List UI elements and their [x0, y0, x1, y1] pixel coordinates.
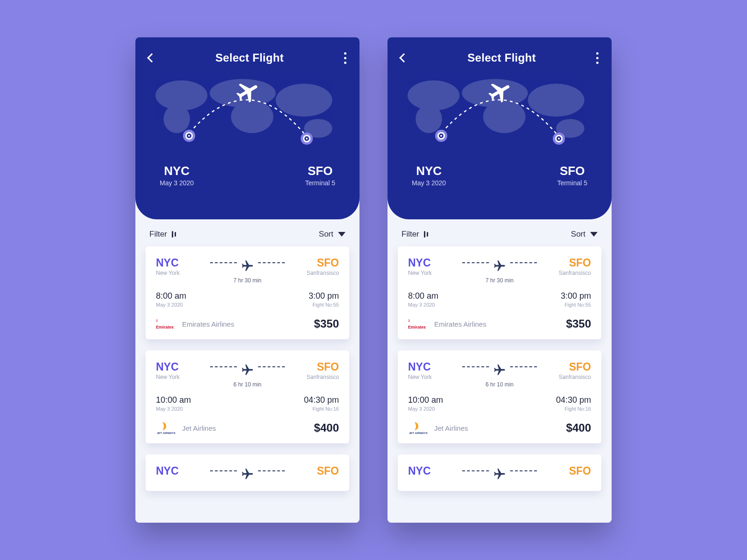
from-city: New York — [156, 270, 207, 276]
airline-name: Emirates Airlines — [434, 320, 486, 328]
airline-logo: ðEmirates — [408, 317, 428, 331]
to-city: Sanfransisco — [540, 374, 591, 380]
origin-code: NYC — [160, 164, 194, 178]
origin-sub: May 3 2020 — [160, 179, 194, 187]
sort-label: Sort — [571, 230, 585, 239]
to-code: SFO — [288, 257, 339, 269]
more-menu-button[interactable] — [344, 52, 346, 64]
destination-sub: Terminal 5 — [557, 179, 587, 187]
caret-down-icon — [590, 232, 598, 237]
from-code: NYC — [408, 257, 459, 269]
destination-code: SFO — [305, 164, 335, 178]
caret-down-icon — [338, 232, 345, 237]
svg-text:ð: ð — [408, 319, 410, 323]
arrive-sub: Fight No:55 — [309, 302, 339, 308]
origin-info: NYC May 3 2020 — [160, 164, 194, 187]
duration-label: 7 hr 30 min — [207, 277, 288, 284]
duration-label: 6 hr 10 min — [207, 381, 288, 388]
duration-label: 6 hr 10 min — [459, 381, 540, 388]
airline-logo: ðEmirates — [156, 317, 176, 331]
from-city: New York — [408, 270, 459, 276]
arrive-sub: Fight No:16 — [304, 406, 339, 412]
price-label: $350 — [314, 317, 339, 330]
flight-card[interactable]: NYC SFO — [146, 455, 349, 491]
back-button[interactable] — [147, 53, 156, 63]
to-code: SFO — [540, 465, 591, 477]
flight-card[interactable]: NYC New York 6 hr 10 min SFO Sanfransisc… — [146, 350, 349, 443]
airplane-icon — [238, 468, 257, 481]
flight-card[interactable]: NYC SFO — [398, 455, 601, 491]
airplane-icon — [238, 259, 257, 273]
flight-card[interactable]: NYC New York 6 hr 10 min SFO Sanfransisc… — [398, 350, 601, 443]
airline-name: Jet Airlines — [434, 424, 468, 432]
from-city: New York — [156, 374, 207, 380]
arrive-time: 04:30 pm — [556, 395, 591, 405]
destination-info: SFO Terminal 5 — [557, 164, 587, 187]
filter-label: Filter — [402, 230, 419, 239]
hero-header: Select Flight NYC May 3 2 — [388, 37, 612, 219]
depart-time: 10:00 am — [156, 395, 191, 405]
filter-icon — [172, 231, 176, 238]
to-code: SFO — [288, 465, 339, 477]
airline-name: Emirates Airlines — [182, 320, 234, 328]
depart-time: 8:00 am — [408, 291, 438, 301]
filter-button[interactable]: Filter — [149, 230, 176, 239]
sort-button[interactable]: Sort — [319, 230, 345, 239]
airplane-icon — [238, 364, 257, 377]
depart-time: 8:00 am — [156, 291, 186, 301]
route-map — [401, 72, 599, 156]
to-code: SFO — [288, 361, 339, 373]
origin-code: NYC — [412, 164, 446, 178]
arrive-time: 3:00 pm — [309, 291, 339, 301]
origin-pin — [435, 130, 447, 142]
back-button[interactable] — [399, 53, 409, 63]
svg-text:JET AIRWAYS: JET AIRWAYS — [157, 432, 176, 434]
filter-button[interactable]: Filter — [402, 230, 428, 239]
sort-button[interactable]: Sort — [571, 230, 598, 239]
page-title: Select Flight — [215, 51, 284, 64]
from-city: New York — [408, 374, 459, 380]
flight-card[interactable]: NYC New York 7 hr 30 min SFO Sanfransisc… — [146, 246, 349, 339]
airplane-icon — [487, 79, 513, 105]
depart-sub: May 3 2020 — [156, 302, 186, 308]
arrive-sub: Fight No:16 — [556, 406, 591, 412]
from-code: NYC — [156, 257, 207, 269]
price-label: $400 — [314, 421, 339, 434]
flight-list: NYC New York 7 hr 30 min SFO Sanfransisc… — [135, 246, 359, 491]
destination-info: SFO Terminal 5 — [305, 164, 335, 187]
hero-header: Select Flight NYC May 3 2 — [135, 37, 359, 219]
svg-text:ð: ð — [156, 319, 158, 323]
origin-sub: May 3 2020 — [412, 179, 446, 187]
more-menu-button[interactable] — [596, 52, 599, 64]
destination-pin — [301, 133, 313, 145]
from-code: NYC — [408, 361, 459, 373]
destination-sub: Terminal 5 — [305, 179, 335, 187]
flight-card[interactable]: NYC New York 7 hr 30 min SFO Sanfransisc… — [398, 246, 601, 339]
from-code: NYC — [408, 465, 459, 477]
depart-sub: May 3 2020 — [408, 406, 443, 412]
route-map — [148, 72, 346, 156]
duration-label: 7 hr 30 min — [459, 277, 540, 284]
filter-icon — [424, 231, 428, 238]
sort-label: Sort — [319, 230, 333, 239]
phone-screen: Select Flight NYC May 3 2 — [388, 37, 612, 523]
to-city: Sanfransisco — [540, 270, 591, 276]
to-city: Sanfransisco — [288, 270, 339, 276]
airplane-icon — [490, 259, 509, 273]
to-city: Sanfransisco — [288, 374, 339, 380]
svg-text:Emirates: Emirates — [156, 325, 174, 329]
arrive-time: 3:00 pm — [561, 291, 591, 301]
airline-name: Jet Airlines — [182, 424, 216, 432]
price-label: $400 — [566, 421, 591, 434]
airline-logo: JET AIRWAYS — [156, 421, 176, 435]
origin-info: NYC May 3 2020 — [412, 164, 446, 187]
depart-sub: May 3 2020 — [408, 302, 438, 308]
from-code: NYC — [156, 361, 207, 373]
price-label: $350 — [566, 317, 591, 330]
to-code: SFO — [540, 257, 591, 269]
destination-code: SFO — [557, 164, 587, 178]
page-title: Select Flight — [467, 51, 536, 64]
airplane-icon — [490, 468, 509, 481]
flight-list: NYC New York 7 hr 30 min SFO Sanfransisc… — [388, 246, 612, 491]
airplane-icon — [490, 364, 509, 377]
